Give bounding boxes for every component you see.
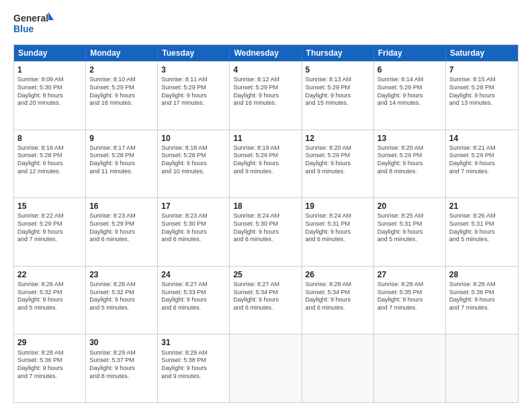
day-number: 16 bbox=[89, 201, 154, 212]
day-number: 6 bbox=[378, 64, 442, 75]
calendar-cell: 20Sunrise: 8:25 AMSunset: 5:31 PMDayligh… bbox=[374, 198, 446, 266]
day-number: 10 bbox=[161, 133, 226, 144]
calendar-cell: 30Sunrise: 8:29 AMSunset: 5:37 PMDayligh… bbox=[86, 334, 158, 402]
day-number: 13 bbox=[378, 133, 442, 144]
calendar-cell: 3Sunrise: 8:11 AMSunset: 5:29 PMDaylight… bbox=[158, 62, 230, 130]
day-number: 1 bbox=[17, 64, 82, 75]
cell-info: Sunrise: 8:26 AMSunset: 5:31 PMDaylight:… bbox=[449, 212, 515, 244]
calendar-cell: 7Sunrise: 8:15 AMSunset: 5:28 PMDaylight… bbox=[446, 62, 518, 130]
calendar-cell: 13Sunrise: 8:20 AMSunset: 5:29 PMDayligh… bbox=[374, 130, 446, 198]
day-number: 9 bbox=[89, 133, 154, 144]
day-number: 11 bbox=[233, 133, 298, 144]
cell-info: Sunrise: 8:29 AMSunset: 5:38 PMDaylight:… bbox=[161, 349, 226, 381]
calendar-cell bbox=[302, 334, 374, 402]
cell-info: Sunrise: 8:26 AMSunset: 5:32 PMDaylight:… bbox=[17, 281, 82, 312]
calendar-cell: 26Sunrise: 8:28 AMSunset: 5:34 PMDayligh… bbox=[302, 267, 374, 334]
calendar-cell: 9Sunrise: 8:17 AMSunset: 5:28 PMDaylight… bbox=[86, 130, 158, 198]
day-number: 26 bbox=[306, 269, 370, 280]
header-cell-thursday: Thursday bbox=[302, 45, 374, 61]
cell-info: Sunrise: 8:23 AMSunset: 5:30 PMDaylight:… bbox=[161, 212, 226, 244]
calendar-cell: 24Sunrise: 8:27 AMSunset: 5:33 PMDayligh… bbox=[158, 267, 230, 334]
header-cell-friday: Friday bbox=[374, 45, 446, 61]
cell-info: Sunrise: 8:29 AMSunset: 5:37 PMDaylight:… bbox=[89, 349, 154, 381]
calendar-cell: 31Sunrise: 8:29 AMSunset: 5:38 PMDayligh… bbox=[158, 334, 230, 402]
day-number: 27 bbox=[378, 269, 442, 280]
calendar-row-1: 1Sunrise: 8:09 AMSunset: 5:30 PMDaylight… bbox=[14, 61, 518, 130]
day-number: 20 bbox=[378, 201, 442, 212]
calendar-cell: 25Sunrise: 8:27 AMSunset: 5:34 PMDayligh… bbox=[230, 267, 302, 334]
day-number: 7 bbox=[449, 64, 515, 75]
day-number: 12 bbox=[306, 133, 370, 144]
calendar-cell: 11Sunrise: 8:19 AMSunset: 5:29 PMDayligh… bbox=[230, 130, 302, 198]
cell-info: Sunrise: 8:24 AMSunset: 5:31 PMDaylight:… bbox=[306, 212, 370, 244]
cell-info: Sunrise: 8:11 AMSunset: 5:29 PMDaylight:… bbox=[161, 76, 226, 107]
day-number: 17 bbox=[161, 201, 226, 212]
cell-info: Sunrise: 8:17 AMSunset: 5:28 PMDaylight:… bbox=[89, 144, 154, 176]
cell-info: Sunrise: 8:28 AMSunset: 5:35 PMDaylight:… bbox=[378, 281, 442, 312]
day-number: 25 bbox=[233, 269, 298, 280]
logo: General Blue bbox=[13, 11, 54, 38]
cell-info: Sunrise: 8:19 AMSunset: 5:29 PMDaylight:… bbox=[233, 144, 298, 176]
calendar-cell: 23Sunrise: 8:26 AMSunset: 5:32 PMDayligh… bbox=[86, 267, 158, 334]
cell-info: Sunrise: 8:20 AMSunset: 5:29 PMDaylight:… bbox=[306, 144, 370, 176]
cell-info: Sunrise: 8:27 AMSunset: 5:34 PMDaylight:… bbox=[233, 281, 298, 312]
cell-info: Sunrise: 8:28 AMSunset: 5:34 PMDaylight:… bbox=[306, 281, 370, 312]
calendar-cell bbox=[446, 334, 518, 402]
calendar-cell: 8Sunrise: 8:16 AMSunset: 5:28 PMDaylight… bbox=[14, 130, 86, 198]
calendar-cell: 4Sunrise: 8:12 AMSunset: 5:29 PMDaylight… bbox=[230, 62, 302, 130]
header-cell-wednesday: Wednesday bbox=[230, 45, 302, 61]
calendar-cell: 28Sunrise: 8:28 AMSunset: 5:36 PMDayligh… bbox=[446, 267, 518, 334]
calendar-row-5: 29Sunrise: 8:28 AMSunset: 5:36 PMDayligh… bbox=[14, 334, 518, 402]
day-number: 8 bbox=[17, 133, 82, 144]
header-cell-sunday: Sunday bbox=[14, 45, 86, 61]
calendar-cell: 22Sunrise: 8:26 AMSunset: 5:32 PMDayligh… bbox=[14, 267, 86, 334]
calendar-cell: 14Sunrise: 8:21 AMSunset: 5:29 PMDayligh… bbox=[446, 130, 518, 198]
logo-svg: General Blue bbox=[13, 11, 54, 38]
calendar-cell: 15Sunrise: 8:22 AMSunset: 5:29 PMDayligh… bbox=[14, 198, 86, 266]
day-number: 29 bbox=[17, 337, 82, 348]
calendar-cell bbox=[374, 334, 446, 402]
calendar-cell: 5Sunrise: 8:13 AMSunset: 5:29 PMDaylight… bbox=[302, 62, 374, 130]
cell-info: Sunrise: 8:26 AMSunset: 5:32 PMDaylight:… bbox=[89, 281, 154, 312]
day-number: 28 bbox=[449, 269, 515, 280]
day-number: 4 bbox=[233, 64, 298, 75]
day-number: 30 bbox=[89, 337, 154, 348]
calendar: SundayMondayTuesdayWednesdayThursdayFrid… bbox=[13, 44, 519, 403]
cell-info: Sunrise: 8:13 AMSunset: 5:29 PMDaylight:… bbox=[306, 76, 370, 107]
cell-info: Sunrise: 8:22 AMSunset: 5:29 PMDaylight:… bbox=[17, 212, 82, 244]
cell-info: Sunrise: 8:20 AMSunset: 5:29 PMDaylight:… bbox=[378, 144, 442, 176]
calendar-cell: 6Sunrise: 8:14 AMSunset: 5:29 PMDaylight… bbox=[374, 62, 446, 130]
day-number: 24 bbox=[161, 269, 226, 280]
calendar-cell: 1Sunrise: 8:09 AMSunset: 5:30 PMDaylight… bbox=[14, 62, 86, 130]
header-cell-tuesday: Tuesday bbox=[158, 45, 230, 61]
calendar-cell: 19Sunrise: 8:24 AMSunset: 5:31 PMDayligh… bbox=[302, 198, 374, 266]
calendar-cell: 17Sunrise: 8:23 AMSunset: 5:30 PMDayligh… bbox=[158, 198, 230, 266]
cell-info: Sunrise: 8:25 AMSunset: 5:31 PMDaylight:… bbox=[378, 212, 442, 244]
calendar-cell: 27Sunrise: 8:28 AMSunset: 5:35 PMDayligh… bbox=[374, 267, 446, 334]
day-number: 23 bbox=[89, 269, 154, 280]
day-number: 2 bbox=[89, 64, 154, 75]
cell-info: Sunrise: 8:24 AMSunset: 5:30 PMDaylight:… bbox=[233, 212, 298, 244]
day-number: 22 bbox=[17, 269, 82, 280]
cell-info: Sunrise: 8:21 AMSunset: 5:29 PMDaylight:… bbox=[449, 144, 515, 176]
day-number: 19 bbox=[306, 201, 370, 212]
calendar-body: 1Sunrise: 8:09 AMSunset: 5:30 PMDaylight… bbox=[14, 61, 518, 402]
cell-info: Sunrise: 8:15 AMSunset: 5:28 PMDaylight:… bbox=[449, 76, 515, 107]
day-number: 31 bbox=[161, 337, 226, 348]
day-number: 18 bbox=[233, 201, 298, 212]
header-cell-saturday: Saturday bbox=[446, 45, 518, 61]
calendar-cell: 10Sunrise: 8:18 AMSunset: 5:28 PMDayligh… bbox=[158, 130, 230, 198]
day-number: 21 bbox=[449, 201, 515, 212]
calendar-cell: 29Sunrise: 8:28 AMSunset: 5:36 PMDayligh… bbox=[14, 334, 86, 402]
cell-info: Sunrise: 8:18 AMSunset: 5:28 PMDaylight:… bbox=[161, 144, 226, 176]
day-number: 14 bbox=[449, 133, 515, 144]
calendar-cell: 16Sunrise: 8:23 AMSunset: 5:29 PMDayligh… bbox=[86, 198, 158, 266]
day-number: 15 bbox=[17, 201, 82, 212]
cell-info: Sunrise: 8:28 AMSunset: 5:36 PMDaylight:… bbox=[449, 281, 515, 312]
page: General Blue SundayMondayTuesdayWednesda… bbox=[0, 0, 532, 411]
cell-info: Sunrise: 8:16 AMSunset: 5:28 PMDaylight:… bbox=[17, 144, 82, 176]
calendar-cell bbox=[230, 334, 302, 402]
calendar-row-2: 8Sunrise: 8:16 AMSunset: 5:28 PMDaylight… bbox=[14, 130, 518, 198]
cell-info: Sunrise: 8:14 AMSunset: 5:29 PMDaylight:… bbox=[378, 76, 442, 107]
day-number: 3 bbox=[161, 64, 226, 75]
